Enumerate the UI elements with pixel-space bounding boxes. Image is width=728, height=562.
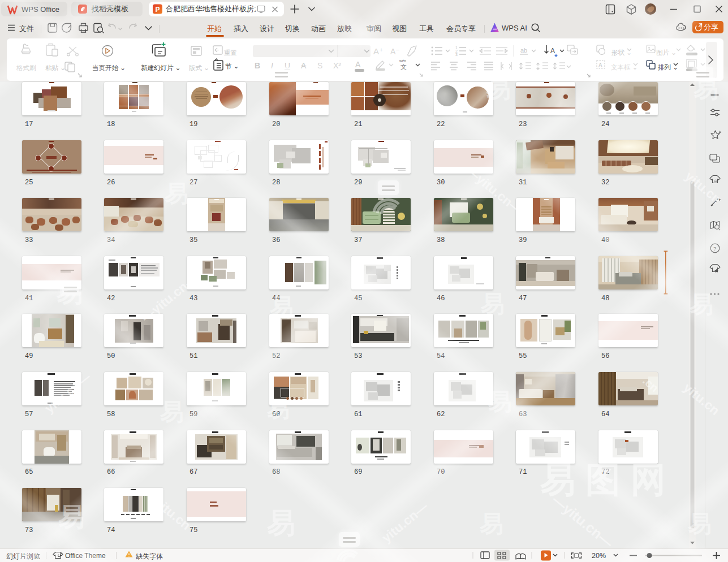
svg-text:?: ? bbox=[713, 245, 716, 252]
svg-text:A: A bbox=[598, 62, 602, 68]
svg-text:3: 3 bbox=[455, 53, 458, 57]
svg-text:P: P bbox=[156, 6, 160, 14]
svg-text:ab: ab bbox=[520, 47, 527, 54]
svg-text:A: A bbox=[550, 47, 555, 55]
